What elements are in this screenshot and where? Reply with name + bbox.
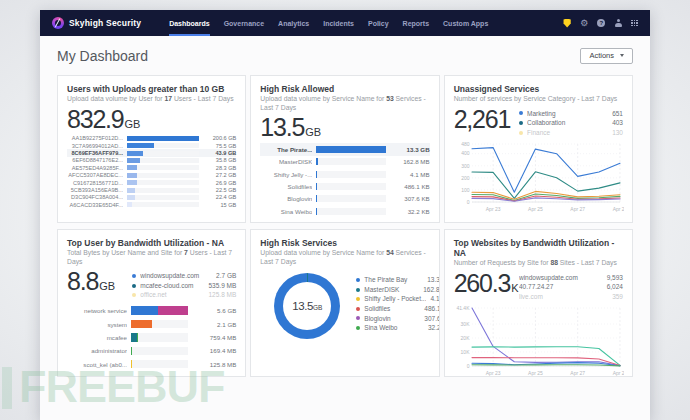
donut-chart-row: 13.5GBThe Pirate Bay13.3 GBMasterDISK162… [260,273,429,339]
legend-label: live.com [519,292,608,302]
legend-item-collaboration[interactable]: Collaboration403 [519,118,623,128]
card-subtitle: Total Bytes by User Name and Site for 7 … [67,249,236,266]
metric-value: 260.3 [454,271,511,295]
donut-center-total: 13.5GB [292,301,322,312]
bar-row-d3c904fc38a004[interactable]: D3C904FC38A004...22.4 GB [67,194,236,201]
bar-row-mcafee[interactable]: mcafee759.4 MB [67,331,236,344]
bar-segment [316,146,385,153]
card-subtitle: Number of services by Service Category -… [454,95,623,104]
bar-row-8c69ef36aff979[interactable]: 8C69EF36AFF979...43.9 GB [67,149,236,156]
legend-item-sina-weibo[interactable]: Sina Weibo32.2 KB [356,323,439,333]
bar-row-shifty-jelly[interactable]: Shifty Jelly -...4.1 MB [260,168,429,180]
bar-label: AE575ED4A9285F... [67,165,123,171]
legend-item-solidfiles[interactable]: Solidfiles486.1 KB [356,304,439,314]
x-tick: Apr 23 [485,370,500,376]
bar-row-6ef6d8847176e2[interactable]: 6EF6D8847176E2...35.8 GB [67,157,236,164]
legend-item-bloglovin[interactable]: Bloglovin307.6 KB [356,314,439,324]
bar-row-5cb393a156ea9b[interactable]: 5CB393A156EA9B...22.5 GB [67,186,236,193]
bar-label: AA1B92275F012D... [67,135,123,141]
actions-label: Actions [589,51,614,60]
donut-chart[interactable]: 13.5GB [274,273,340,339]
bar-track [316,195,385,202]
legend-value: 6,024 [607,282,623,292]
bar-row-a6cacd33e65d4f[interactable]: A6CACD33E65D4F...15 GB [67,201,236,208]
legend-item-40-77-24-27[interactable]: 40.77.24.276,024 [519,282,623,292]
bar-segment [127,158,140,163]
actions-button[interactable]: Actions [580,48,633,64]
legend-dot-icon [519,111,523,115]
bar-row-afcc5307ae8dec[interactable]: AFCC5307AE8DEC...27.2 GB [67,172,236,179]
bar-row-solidfiles[interactable]: Solidfiles486.1 KB [260,180,429,192]
line-chart[interactable]: 0100200300400480Apr 23Apr 25Apr 27Apr 29 [454,139,623,217]
bar-row-system[interactable]: system2.1 GB [67,317,236,330]
bar-row-masterdisk[interactable]: MasterDISK162.8 MB [260,156,429,168]
desktop-background: Skyhigh Security DashboardsGovernanceAna… [0,0,690,420]
nav-item-incidents[interactable]: Incidents [323,10,354,36]
bar-segment [131,360,132,369]
bar-segment [127,195,135,200]
bar-value: 307.6 KB [390,195,430,202]
legend-item-marketing[interactable]: Marketing651 [519,109,623,119]
nav-item-dashboards[interactable]: Dashboards [169,10,209,36]
page-header: My Dashboard Actions [40,36,650,75]
help-icon[interactable]: ? [597,19,605,27]
x-tick: Apr 25 [528,206,543,212]
bar-value: 125.8 MB [192,361,236,368]
page-title: My Dashboard [57,48,148,64]
bar-track [131,306,188,315]
bar-row-aa1b92275f012d[interactable]: AA1B92275F012D...200.6 GB [67,135,236,142]
legend-dot-icon [132,274,136,278]
metric-unit: GB [305,125,321,139]
bar-segment [127,136,199,141]
bar-value: 32.2 KB [390,208,430,215]
x-tick: Apr 23 [485,206,500,212]
legend-item-finance[interactable]: Finance130 [519,128,623,138]
metric-unit: GB [99,279,115,293]
nav-item-analytics[interactable]: Analytics [278,10,309,36]
user-icon[interactable] [614,19,622,27]
legend-item-the-pirate-bay[interactable]: The Pirate Bay13.3 GB [356,275,439,285]
legend-item-live-com[interactable]: live.com359 [519,292,623,302]
line-chart[interactable]: 010K20K30K41.4KApr 23Apr 25Apr 27Apr 29 [454,303,623,377]
gear-icon[interactable]: ⚙ [580,19,588,28]
apps-grid-icon[interactable] [631,20,638,27]
bar-row-the-pirate[interactable]: The Pirate...13.3 GB [260,143,429,155]
legend-item-mcafee-cloud-com[interactable]: mcafee-cloud.com535.9 MB [132,281,236,291]
legend-item-shifty-jelly-pocket[interactable]: Shifty Jelly - Pocket...4.1 MB [356,294,439,304]
nav-item-reports[interactable]: Reports [403,10,429,36]
subtitle-count: 88 [550,259,558,266]
legend-item-windowsupdate-com[interactable]: windowsupdate.com2.7 GB [132,271,236,281]
y-tick: 10K [460,349,470,355]
legend-dot-icon [356,316,360,320]
bar-row-administrator[interactable]: administrator169.4 MB [67,344,236,357]
bar-label: administrator [67,347,127,354]
nav-item-policy[interactable]: Policy [368,10,389,36]
legend-value: 130 [612,128,623,138]
legend-item-masterdisk[interactable]: MasterDISK162.8 MB [356,285,439,295]
nav-item-custom-apps[interactable]: Custom Apps [443,10,488,36]
x-tick: Apr 29 [612,370,623,376]
brand[interactable]: Skyhigh Security [52,10,141,36]
nav-item-governance[interactable]: Governance [224,10,264,36]
bar-row-3c7a96994012ad[interactable]: 3C7A96994012AD...75.5 GB [67,142,236,149]
legend-item-windowsupdate-com[interactable]: windowsupdate.com9,593 [519,273,623,283]
bar-track [127,195,199,200]
bar-row-bloglovin[interactable]: Bloglovin307.6 KB [260,193,429,205]
legend-item-office-net[interactable]: office.net125.8 MB [132,290,236,300]
legend-label: Sina Weibo [364,323,424,333]
metric-value: 13.5 [260,115,304,139]
chart-legend: The Pirate Bay13.3 GBMasterDISK162.8 MBS… [356,275,439,333]
bar-row-network-service[interactable]: network service5.6 GB [67,304,236,317]
bar-row-c916728156771d[interactable]: C916728156771D...26.9 GB [67,179,236,186]
bar-row-scott-kel-ab0[interactable]: scott_kel (ab0...125.8 MB [67,358,236,371]
subtitle-text: Upload data volume by Service Name for [260,95,386,102]
metric-total: 13.5GB [260,115,321,139]
bar-row-sina-weibo[interactable]: Sina Weibo32.2 KB [260,205,429,217]
bar-label: system [67,321,127,328]
bar-row-ae575ed4a9285f[interactable]: AE575ED4A9285F...28.3 GB [67,164,236,171]
bar-track [127,136,199,141]
legend-value: 162.8 MB [423,285,439,295]
shield-icon[interactable] [563,19,571,28]
bar-value: 162.8 MB [390,158,430,165]
legend-label: Marketing [527,109,608,119]
